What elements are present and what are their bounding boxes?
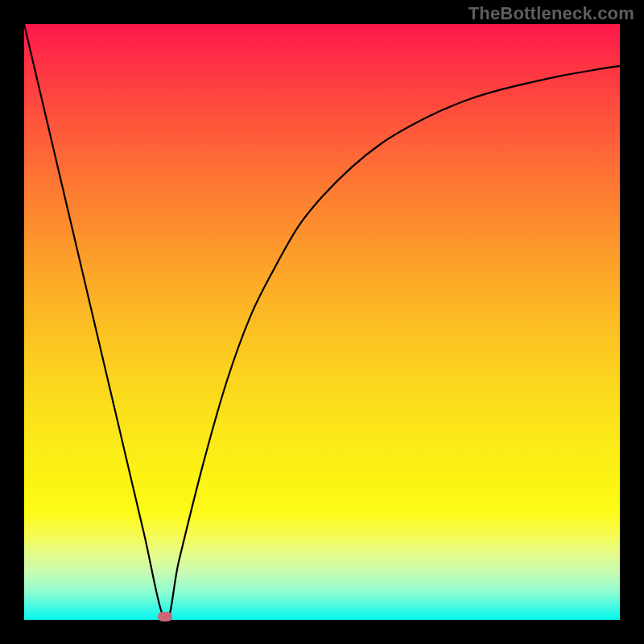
attribution-text: TheBottleneck.com	[469, 3, 634, 24]
bottleneck-curve	[24, 24, 620, 620]
curve-minimum-marker	[158, 612, 172, 621]
plot-area	[24, 24, 620, 620]
chart-frame: TheBottleneck.com	[0, 0, 644, 644]
